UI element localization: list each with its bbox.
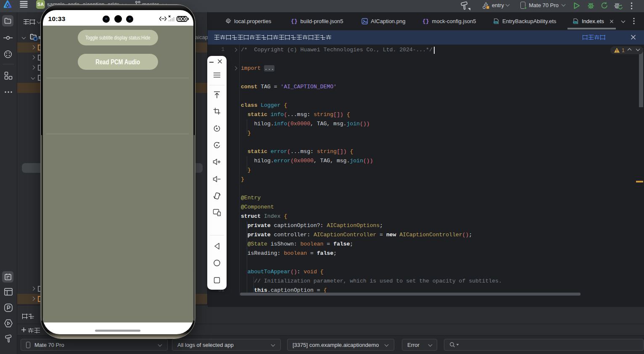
svg-text:ETS: ETS [494,21,498,24]
svg-text:ETS: ETS [573,21,578,24]
